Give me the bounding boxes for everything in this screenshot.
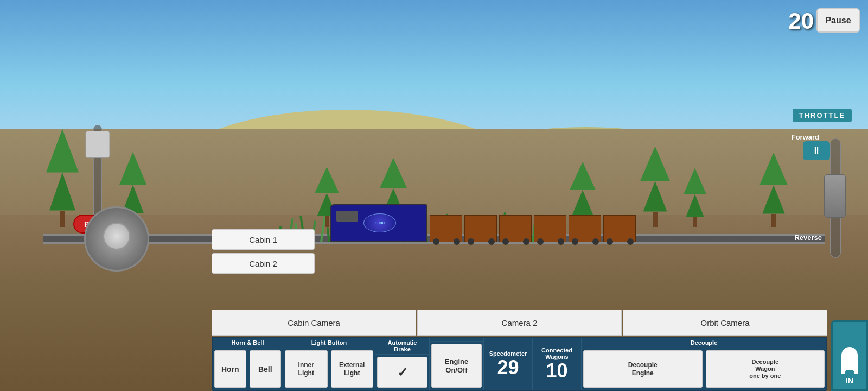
joystick-base[interactable] xyxy=(84,206,149,272)
wagon-1 xyxy=(430,215,462,242)
pause-button[interactable]: Pause xyxy=(816,8,860,33)
decouple-section: Decouple DecoupleEngine DecoupleWagonone… xyxy=(582,338,826,390)
reverse-label: Reverse xyxy=(794,234,822,242)
throttle-slider-track xyxy=(830,138,841,258)
wagon-2 xyxy=(464,215,497,242)
external-light-button[interactable]: ExternalLight xyxy=(331,350,374,388)
horn-bell-title: Horn & Bell xyxy=(213,338,283,348)
light-buttons: InnerLight ExternalLight xyxy=(283,348,375,390)
tree-top xyxy=(49,173,75,211)
wagon-3 xyxy=(499,215,532,242)
decouple-title: Decouple xyxy=(582,338,826,348)
cabin-list: Cabin 1 Cabin 2 xyxy=(212,229,315,277)
score-display: 20 xyxy=(788,8,814,34)
cabin-1-button[interactable]: Cabin 1 xyxy=(212,229,315,250)
joystick-knob xyxy=(103,223,130,250)
inner-light-button[interactable]: InnerLight xyxy=(285,350,328,388)
connected-wagons-section: ConnectedWagons 10 xyxy=(533,338,582,390)
throttle-slider-handle[interactable] xyxy=(824,174,846,218)
cabin-camera-button[interactable]: Cabin Camera xyxy=(212,310,416,336)
wagons-title: ConnectedWagons xyxy=(541,347,572,360)
direction-indicator: ⏸ xyxy=(803,141,830,160)
horn-bell-buttons: Horn Bell xyxy=(213,348,283,390)
wagons-value: 10 xyxy=(546,361,567,381)
wagon-4 xyxy=(534,215,566,242)
tree-0 xyxy=(46,137,79,227)
in-panel-icon xyxy=(841,347,858,374)
wagon-6 xyxy=(603,215,636,242)
forward-label: Forward xyxy=(792,133,819,141)
train-container: 1000 xyxy=(330,204,636,242)
auto-brake-buttons: ✓ xyxy=(375,355,429,390)
brake-slider-handle[interactable] xyxy=(86,131,110,158)
auto-brake-section: AutomaticBrake ✓ xyxy=(375,338,430,390)
tree-trunk xyxy=(693,217,697,227)
cabin-2-button[interactable]: Cabin 2 xyxy=(212,253,315,274)
game-viewport: 1000 20 Pause BRAKE Cabin 1 Cabin 2 Cabi… xyxy=(0,0,868,391)
tree-trunk xyxy=(325,216,329,227)
orbit-camera-button[interactable]: Orbit Camera xyxy=(623,310,827,336)
tree-5 xyxy=(640,155,670,227)
engine-buttons: EngineOn/Off xyxy=(430,342,483,390)
light-title: Light Button xyxy=(283,338,375,348)
decouple-buttons: DecoupleEngine DecoupleWagonone by one xyxy=(582,348,826,390)
bell-button[interactable]: Bell xyxy=(250,350,282,388)
camera-row: Cabin Camera Camera 2 Orbit Camera xyxy=(212,310,827,336)
engine-title xyxy=(430,338,483,342)
locomotive-logo: 1000 xyxy=(363,213,396,232)
tree-trunk xyxy=(771,214,776,227)
tree-top xyxy=(686,194,704,217)
throttle-area: THROTTLE Forward ⏸ Reverse xyxy=(781,109,852,299)
engine-section: EngineOn/Off xyxy=(430,338,484,390)
decouple-engine-button[interactable]: DecoupleEngine xyxy=(583,350,703,388)
light-section: Light Button InnerLight ExternalLight xyxy=(283,338,375,390)
decouple-wagon-button[interactable]: DecoupleWagonone by one xyxy=(706,350,825,388)
engine-button[interactable]: EngineOn/Off xyxy=(431,344,482,388)
controls-row: Horn & Bell Horn Bell Light Button Inner… xyxy=(212,337,827,391)
tree-top xyxy=(643,181,667,212)
tree-trunk xyxy=(60,211,65,227)
in-panel[interactable]: IN xyxy=(831,320,868,391)
in-label: IN xyxy=(846,376,853,385)
tree-trunk xyxy=(653,212,658,227)
joystick-area[interactable] xyxy=(84,206,149,272)
auto-brake-button[interactable]: ✓ xyxy=(377,357,427,388)
bottom-bar: Cabin Camera Camera 2 Orbit Camera Horn … xyxy=(212,310,827,391)
horn-bell-section: Horn & Bell Horn Bell xyxy=(213,338,283,390)
speedometer-value: 29 xyxy=(497,358,519,377)
auto-brake-title: AutomaticBrake xyxy=(375,338,429,355)
camera2-button[interactable]: Camera 2 xyxy=(417,310,622,336)
horn-button[interactable]: Horn xyxy=(214,350,246,388)
wagon-5 xyxy=(569,215,601,242)
tree-6 xyxy=(684,176,706,227)
speedometer-section: Speedometer 29 xyxy=(484,338,533,390)
throttle-label: THROTTLE xyxy=(793,109,852,122)
locomotive: 1000 xyxy=(330,204,427,242)
